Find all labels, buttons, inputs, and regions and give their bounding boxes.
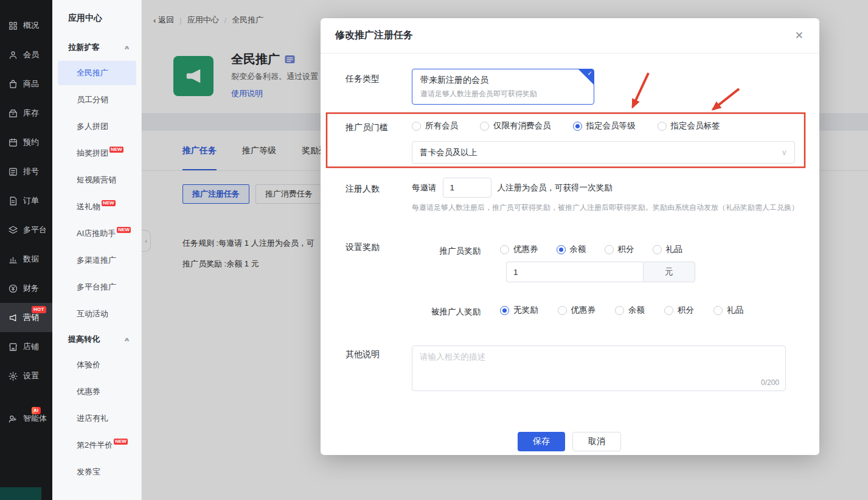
section-improve-conversion[interactable]: 提高转化 ∧ (52, 327, 141, 352)
menu-item-coupon-treasure[interactable]: 发券宝 (52, 459, 141, 485)
threshold-label: 推广员门槛 (345, 122, 388, 133)
radio-icon (605, 245, 614, 254)
char-counter: 0/200 (761, 378, 779, 387)
referred-reward-option-balance[interactable]: 余额 (615, 305, 645, 316)
reward-amount-unit: 元 (643, 262, 695, 282)
menu-item-multi-platform-promo[interactable]: 多平台推广 (52, 274, 141, 300)
other-notes-label: 其他说明 (345, 349, 380, 360)
secondary-sidebar: 应用中心 拉新扩客 ∧ 全民推广 员工分销 多人拼团 抽奖拼团NEW 短视频营销… (52, 0, 142, 500)
cancel-button[interactable]: 取消 (572, 432, 621, 451)
sidebar-item-inventory[interactable]: 库存 (0, 99, 52, 128)
modal-title: 修改推广注册任务 (335, 29, 413, 42)
menu-item-trial-price[interactable]: 体验价 (52, 352, 141, 378)
sidebar-item-shop[interactable]: 店铺 (0, 332, 52, 361)
register-count-label: 注册人数 (345, 184, 380, 195)
screen: 概况 会员 商品 库存 预约 排号 订单 多平台 (0, 0, 868, 500)
sidebar-item-goods[interactable]: 商品 (0, 69, 52, 99)
member-level-select[interactable]: 普卡会员及以上 ∨ (412, 141, 795, 164)
sidebar-item-ai-agent[interactable]: 智能体 AI (0, 404, 52, 433)
chat-widget[interactable] (0, 487, 41, 500)
threshold-option-member-tag[interactable]: 指定会员标签 (658, 120, 720, 131)
orders-icon (8, 196, 18, 206)
settings-gear-icon (8, 371, 18, 381)
radio-icon (573, 122, 582, 131)
promoter-reward-option-balance[interactable]: 余额 (557, 244, 586, 255)
multi-platform-icon (8, 225, 18, 235)
other-notes-textarea[interactable] (412, 346, 785, 377)
sidebar-item-members[interactable]: 会员 (0, 40, 52, 69)
menu-item-gift[interactable]: 送礼物NEW (52, 193, 141, 220)
edit-register-task-modal: 修改推广注册任务 ✕ 任务类型 带来新注册的会员 邀请足够人数注册会员即可获得奖… (321, 18, 819, 455)
threshold-radio-group: 所有会员 仅限有消费会员 指定会员等级 指定会员标签 (412, 120, 720, 131)
sidebar-item-marketing[interactable]: 营销 HOT (0, 303, 52, 332)
finance-icon (8, 283, 18, 294)
promoter-reward-option-coupon[interactable]: 优惠券 (500, 244, 538, 255)
reservation-calendar-icon (8, 137, 18, 148)
menu-item-multi-channel[interactable]: 多渠道推广 (52, 247, 141, 274)
menu-item-interactive[interactable]: 互动活动 (52, 300, 141, 327)
app-center-title: 应用中心 (52, 0, 141, 35)
chevron-up-icon: ∧ (123, 336, 130, 342)
menu-item-staff-distribution[interactable]: 员工分销 (52, 86, 141, 113)
menu-item-coupon[interactable]: 优惠券 (52, 378, 141, 405)
promoter-reward-option-gift[interactable]: 礼品 (653, 244, 682, 255)
menu-item-group-buy[interactable]: 多人拼团 (52, 113, 141, 140)
menu-item-quanmin-tuiguang[interactable]: 全民推广 (58, 61, 136, 85)
ai-badge: AI (32, 407, 41, 414)
referred-reward-option-points[interactable]: 积分 (664, 305, 694, 316)
chevron-down-icon: ∨ (781, 148, 787, 157)
threshold-option-member-level[interactable]: 指定会员等级 (573, 120, 636, 131)
shop-icon (8, 342, 18, 352)
register-count-row: 每邀请 人注册为会员，可获得一次奖励 (412, 178, 613, 198)
primary-sidebar: 概况 会员 商品 库存 预约 排号 订单 多平台 (0, 0, 52, 500)
sidebar-item-finance[interactable]: 财务 (0, 274, 52, 303)
promoter-reward-option-points[interactable]: 积分 (605, 244, 634, 255)
new-badge: NEW (117, 227, 131, 233)
new-badge: NEW (102, 200, 116, 206)
invite-count-input[interactable] (443, 178, 491, 198)
modal-header: 修改推广注册任务 ✕ (321, 18, 819, 54)
menu-item-second-half-price[interactable]: 第2件半价NEW (52, 432, 141, 459)
radio-icon (615, 306, 624, 315)
referred-reward-option-gift[interactable]: 礼品 (713, 305, 743, 316)
register-count-help: 每邀请足够人数注册后，推广员可获得奖励，被推广人注册后即获得奖励。奖励由系统自动… (412, 202, 801, 214)
chevron-up-icon: ∧ (123, 44, 130, 50)
sidebar-item-data[interactable]: 数据 (0, 245, 52, 274)
sidebar-item-orders[interactable]: 订单 (0, 186, 52, 215)
task-type-label: 任务类型 (345, 74, 380, 85)
rewards-label: 设置奖励 (345, 242, 380, 253)
menu-item-ai-store-assistant[interactable]: AI店推助手NEW (52, 220, 141, 247)
task-card-title: 带来新注册的会员 (420, 75, 586, 86)
threshold-option-all-members[interactable]: 所有会员 (412, 120, 458, 131)
data-chart-icon (8, 254, 18, 265)
radio-icon (500, 306, 509, 315)
referred-reward-label: 被推广人奖励 (412, 307, 481, 318)
invite-suffix: 人注册为会员，可获得一次奖励 (498, 182, 613, 193)
close-icon[interactable]: ✕ (795, 30, 804, 41)
menu-item-short-video[interactable]: 短视频营销 (52, 167, 141, 193)
marketing-megaphone-icon (8, 313, 18, 323)
sidebar-item-reservation[interactable]: 预约 (0, 128, 52, 157)
radio-icon (653, 245, 662, 254)
referred-reward-option-none[interactable]: 无奖励 (500, 305, 538, 316)
task-card-desc: 邀请足够人数注册会员即可获得奖励 (420, 89, 586, 99)
radio-icon (480, 122, 489, 131)
menu-item-entry-gift[interactable]: 进店有礼 (52, 405, 141, 432)
section-attract-new[interactable]: 拉新扩客 ∧ (52, 35, 141, 60)
save-button[interactable]: 保存 (518, 432, 565, 451)
reward-amount-input[interactable] (506, 262, 643, 282)
sidebar-item-overview[interactable]: 概况 (0, 11, 52, 40)
inventory-icon (8, 108, 18, 119)
menu-item-lottery-group[interactable]: 抽奖拼团NEW (52, 140, 141, 167)
task-type-card-selected[interactable]: 带来新注册的会员 邀请足够人数注册会员即可获得奖励 ✓ (412, 69, 594, 105)
goods-icon (8, 79, 18, 89)
sidebar-item-multi-platform[interactable]: 多平台 (0, 215, 52, 245)
overview-grid-icon (8, 21, 18, 31)
radio-icon (664, 306, 673, 315)
referred-reward-radio-group: 无奖励 优惠券 余额 积分 礼品 (500, 305, 743, 316)
referred-reward-option-coupon[interactable]: 优惠券 (558, 305, 596, 316)
sidebar-item-settings[interactable]: 设置 (0, 361, 52, 391)
sidebar-item-queue[interactable]: 排号 (0, 157, 52, 186)
threshold-option-consuming-members[interactable]: 仅限有消费会员 (480, 120, 551, 131)
new-badge: NEW (114, 439, 128, 445)
